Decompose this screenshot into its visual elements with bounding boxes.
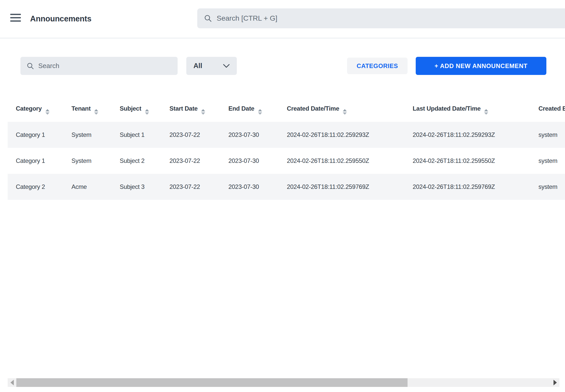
chevron-down-icon — [223, 64, 230, 68]
sort-icon[interactable] — [484, 109, 488, 115]
search-icon — [204, 14, 212, 22]
cell-subject: Subject 1 — [112, 122, 161, 148]
scroll-left-arrow-icon — [10, 380, 14, 385]
cell-created-by: system — [530, 122, 565, 148]
announcements-table: Category Tenant Subject Start Date End D… — [8, 98, 565, 200]
cell-category: Category 2 — [8, 174, 63, 200]
cell-start-date: 2023-07-22 — [161, 174, 220, 200]
column-header-last-updated-datetime[interactable]: Last Updated Date/Time — [404, 98, 530, 122]
column-header-subject[interactable]: Subject — [112, 98, 161, 122]
sort-icon[interactable] — [343, 109, 347, 115]
cell-last-updated-datetime: 2024-02-26T18:11:02.259550Z — [404, 148, 530, 174]
cell-tenant: Acme — [63, 174, 112, 200]
cell-last-updated-datetime: 2024-02-26T18:11:02.259293Z — [404, 122, 530, 148]
table-search-input[interactable] — [38, 62, 171, 70]
announcements-page: { "app_bar": { "title": "Announcements",… — [0, 0, 565, 392]
menu-icon-bar — [10, 17, 21, 18]
cell-category: Category 1 — [8, 122, 63, 148]
cell-end-date: 2023-07-30 — [220, 174, 279, 200]
column-header-end-date[interactable]: End Date — [220, 98, 279, 122]
cell-start-date: 2023-07-22 — [161, 122, 220, 148]
cell-created-datetime: 2024-02-26T18:11:02.259550Z — [279, 148, 404, 174]
app-bar: Announcements — [0, 0, 565, 38]
menu-icon[interactable] — [10, 14, 21, 22]
add-new-announcement-button[interactable]: + ADD NEW ANNOUNCEMENT — [416, 57, 546, 75]
sort-icon[interactable] — [258, 109, 262, 115]
column-header-created-datetime[interactable]: Created Date/Time — [279, 98, 404, 122]
tenant-filter-value: All — [193, 62, 202, 70]
global-search[interactable] — [197, 8, 565, 28]
scroll-right-arrow-icon — [554, 380, 557, 385]
cell-tenant: System — [63, 148, 112, 174]
cell-category: Category 1 — [8, 148, 63, 174]
search-icon — [27, 62, 34, 70]
sort-icon[interactable] — [145, 109, 149, 115]
column-header-start-date[interactable]: Start Date — [161, 98, 220, 122]
cell-last-updated-datetime: 2024-02-26T18:11:02.259769Z — [404, 174, 530, 200]
cell-subject: Subject 2 — [112, 148, 161, 174]
sort-icon[interactable] — [201, 109, 205, 115]
global-search-input[interactable] — [217, 14, 563, 22]
table-row[interactable]: Category 1 System Subject 2 2023-07-22 2… — [8, 148, 565, 174]
cell-created-datetime: 2024-02-26T18:11:02.259769Z — [279, 174, 404, 200]
scroll-left-button[interactable] — [8, 378, 16, 387]
cell-created-by: system — [530, 174, 565, 200]
cell-created-datetime: 2024-02-26T18:11:02.259293Z — [279, 122, 404, 148]
table-row[interactable]: Category 1 System Subject 1 2023-07-22 2… — [8, 122, 565, 148]
page-title: Announcements — [30, 14, 91, 23]
categories-button[interactable]: CATEGORIES — [347, 58, 408, 74]
sort-icon[interactable] — [94, 109, 98, 115]
table-header-row: Category Tenant Subject Start Date End D… — [8, 98, 565, 122]
cell-start-date: 2023-07-22 — [161, 148, 220, 174]
table-row[interactable]: Category 2 Acme Subject 3 2023-07-22 202… — [8, 174, 565, 200]
menu-icon-bar — [10, 20, 21, 22]
cell-subject: Subject 3 — [112, 174, 161, 200]
cell-end-date: 2023-07-30 — [220, 148, 279, 174]
column-header-tenant[interactable]: Tenant — [63, 98, 112, 122]
scrollbar-thumb[interactable] — [16, 378, 408, 387]
menu-icon-bar — [10, 14, 21, 15]
cell-created-by: system — [530, 148, 565, 174]
tenant-filter-select[interactable]: All — [186, 57, 237, 75]
column-header-category[interactable]: Category — [8, 98, 63, 122]
scroll-right-button[interactable] — [551, 378, 559, 387]
table-search[interactable] — [20, 57, 178, 75]
horizontal-scrollbar[interactable] — [8, 378, 559, 387]
cell-end-date: 2023-07-30 — [220, 122, 279, 148]
cell-tenant: System — [63, 122, 112, 148]
column-header-created-by[interactable]: Created By — [530, 98, 565, 122]
sort-icon[interactable] — [45, 109, 50, 115]
